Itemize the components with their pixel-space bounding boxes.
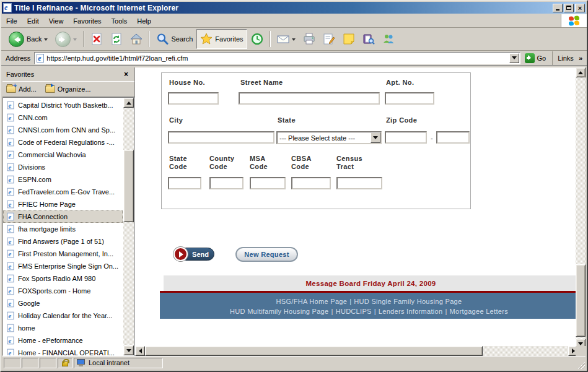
- mail-dropdown-icon[interactable]: [292, 38, 296, 43]
- footer-link[interactable]: HSG/FHA Home Page: [276, 298, 348, 305]
- back-icon: [9, 32, 24, 47]
- city-input[interactable]: [168, 131, 274, 144]
- favorite-item[interactable]: CNNSI.com from CNN and Sp...: [3, 124, 123, 136]
- scroll-up-button[interactable]: [123, 98, 134, 108]
- state-code-input[interactable]: [168, 177, 201, 189]
- state-select[interactable]: --- Please Select state ---: [276, 131, 382, 144]
- research-button[interactable]: [359, 29, 379, 49]
- links-bar[interactable]: Links »: [552, 51, 585, 65]
- zip-code-input[interactable]: [385, 131, 427, 144]
- favorites-button[interactable]: Favorites: [196, 29, 247, 49]
- apt-no-input[interactable]: [385, 92, 434, 105]
- menu-tools[interactable]: Tools: [107, 15, 133, 27]
- menu-favorites[interactable]: Favorites: [68, 15, 106, 27]
- scroll-up-button[interactable]: [576, 67, 586, 77]
- favorite-item[interactable]: Find Answers (Page 1 of 51): [3, 235, 123, 248]
- forward-button[interactable]: [51, 29, 81, 49]
- favorites-close-button[interactable]: ×: [121, 70, 131, 79]
- favorite-item[interactable]: Capital District Youth Basketb...: [3, 99, 123, 111]
- favorite-item[interactable]: fha mortgage limits: [3, 223, 123, 235]
- favorites-title: Favorites: [6, 71, 34, 78]
- menu-help[interactable]: Help: [132, 15, 156, 27]
- menu-view[interactable]: View: [44, 15, 69, 27]
- county-code-input[interactable]: [209, 177, 244, 189]
- home-button[interactable]: [126, 29, 146, 49]
- favorite-item[interactable]: CNN.com: [3, 111, 123, 124]
- address-input[interactable]: https://entp.hud.gov/title1/html/f72loan…: [34, 52, 520, 64]
- scroll-thumb[interactable]: [145, 346, 483, 356]
- address-dropdown-button[interactable]: [509, 53, 519, 63]
- scroll-track[interactable]: [123, 108, 134, 345]
- favorite-item[interactable]: Google: [3, 297, 123, 309]
- house-no-input[interactable]: [168, 92, 219, 105]
- favorite-item[interactable]: home: [3, 322, 123, 334]
- edit-button[interactable]: [319, 29, 339, 49]
- chevron-more-icon[interactable]: »: [579, 54, 582, 62]
- favorite-item[interactable]: Home - FINANCIAL OPERATI...: [3, 347, 123, 356]
- footer-link[interactable]: HUDCLIPS: [336, 308, 372, 315]
- favorite-item[interactable]: FMS Enterprise Single Sign On...: [3, 260, 123, 272]
- scroll-thumb[interactable]: [123, 150, 134, 222]
- footer-link[interactable]: HUD Single Family Housing Page: [354, 298, 462, 305]
- favorite-item[interactable]: ESPN.com: [3, 173, 123, 186]
- print-button[interactable]: [299, 29, 319, 49]
- organize-favorites-button[interactable]: Organize...: [45, 85, 91, 93]
- content-vertical-scrollbar[interactable]: [576, 67, 586, 348]
- favorite-item[interactable]: Divisions: [3, 161, 123, 173]
- zip-plus4-input[interactable]: [436, 131, 470, 144]
- favorite-item-selected[interactable]: FHA Connection: [3, 210, 123, 223]
- main-area: Favorites × Add... Organize... Capital D…: [2, 67, 586, 356]
- back-dropdown-icon[interactable]: [44, 38, 48, 43]
- discuss-button[interactable]: [339, 29, 359, 49]
- message-board-bar: Message Board Friday April 24, 2009: [164, 275, 578, 291]
- stop-button[interactable]: [87, 29, 107, 49]
- street-name-input[interactable]: [239, 92, 380, 105]
- close-button[interactable]: ×: [575, 4, 585, 12]
- history-icon: [251, 33, 263, 45]
- scroll-down-button[interactable]: [123, 345, 134, 355]
- favorite-item[interactable]: Fox Sports Radio AM 980: [3, 272, 123, 285]
- history-button[interactable]: [247, 29, 267, 49]
- search-button[interactable]: Search: [152, 29, 196, 49]
- minimize-button[interactable]: [553, 4, 563, 12]
- favorites-list: Capital District Youth Basketb... CNN.co…: [2, 97, 134, 356]
- footer-link[interactable]: Mortgagee Letters: [450, 308, 508, 315]
- address-url: https://entp.hud.gov/title1/html/f72loan…: [46, 54, 188, 62]
- mail-button[interactable]: [273, 29, 299, 49]
- menu-file[interactable]: File: [1, 15, 22, 27]
- content-horizontal-scrollbar[interactable]: [135, 346, 578, 356]
- favorites-scrollbar[interactable]: [123, 98, 134, 355]
- select-dropdown-button[interactable]: [371, 132, 380, 143]
- favorite-item[interactable]: First Preston Management, In...: [3, 248, 123, 260]
- refresh-button[interactable]: [107, 29, 126, 49]
- local-intranet-icon: [77, 359, 86, 366]
- favorite-item[interactable]: Commercial Wachovia: [3, 149, 123, 161]
- favorite-item[interactable]: Holiday Calendar for the Year...: [3, 309, 123, 322]
- go-button[interactable]: Go: [523, 51, 550, 64]
- favorite-item[interactable]: Home - ePeformance: [3, 334, 123, 347]
- resize-grip[interactable]: [577, 361, 585, 369]
- footer-link[interactable]: Lenders Information: [379, 308, 443, 315]
- research-icon: [362, 33, 375, 45]
- census-tract-input[interactable]: [336, 177, 382, 189]
- scroll-thumb[interactable]: [576, 264, 586, 337]
- new-request-button[interactable]: New Request: [235, 247, 298, 262]
- maximize-button[interactable]: [564, 4, 574, 12]
- add-favorite-button[interactable]: Add...: [6, 85, 37, 93]
- city-label: City: [169, 116, 183, 124]
- favorite-item[interactable]: FFIEC Home Page: [3, 198, 123, 210]
- send-button[interactable]: Send: [173, 247, 214, 261]
- footer-link[interactable]: HUD Multifamily Housing Page: [230, 308, 328, 315]
- menu-edit[interactable]: Edit: [22, 15, 44, 27]
- msa-code-input[interactable]: [250, 177, 286, 189]
- scroll-left-button[interactable]: [135, 346, 145, 356]
- messenger-button[interactable]: [379, 29, 398, 49]
- footer-row-2: HUD Multifamily Housing Page|HUDCLIPS|Le…: [160, 306, 578, 316]
- favorite-item[interactable]: FedTraveler.com E-Gov Trave...: [3, 186, 123, 198]
- favorite-item[interactable]: FOXSports.com - Home: [3, 285, 123, 297]
- send-arrow-icon: [173, 247, 188, 261]
- cbsa-code-input[interactable]: [291, 177, 331, 189]
- menu-bar: File Edit View Favorites Tools Help: [1, 14, 587, 28]
- favorite-item[interactable]: Code of Federal Regulations -...: [3, 136, 123, 149]
- back-button[interactable]: Back: [5, 29, 51, 49]
